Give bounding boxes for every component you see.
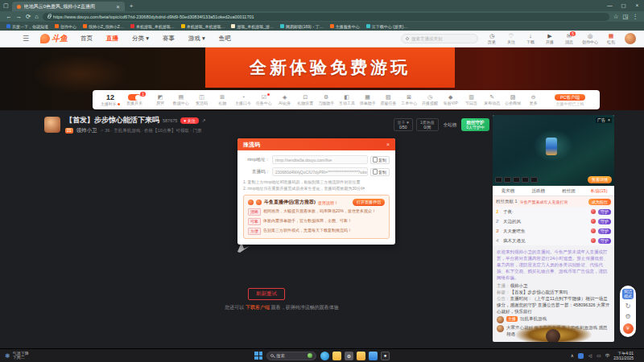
anchor-tool[interactable]: ◩ 房管 xyxy=(152,94,168,105)
anchor-tool[interactable]: ✎ 发布动态 xyxy=(484,94,500,105)
streamer-name[interactable]: 领帅小卫 xyxy=(76,127,97,134)
anchor-tool[interactable]: ▤ 数据中心 xyxy=(173,94,189,105)
tray-icon[interactable]: ◁ xyxy=(587,352,592,360)
site-action[interactable]: ▦ 红包 xyxy=(605,33,617,44)
maximize-button[interactable]: ▢ xyxy=(617,0,630,11)
taskbar-app-icon[interactable] xyxy=(369,352,378,360)
anchor-tool[interactable]: ▦ 弹幕助手 xyxy=(360,94,376,105)
pc-client-button[interactable]: PC客户端 xyxy=(555,94,585,101)
anchor-tool[interactable]: ▥ 节日历 xyxy=(463,94,479,105)
extensions-icon[interactable]: ◳ xyxy=(622,11,628,22)
taskbar-app-icon[interactable]: ⚙ xyxy=(345,352,353,360)
stream-key-value[interactable]: rtmp://sendtw3a.douyu.com/live xyxy=(272,155,368,164)
join-fans-button[interactable]: 成为粉丝 xyxy=(588,199,611,205)
usage-link[interactable]: 使用说明！ xyxy=(318,200,338,205)
minimize-button[interactable]: — xyxy=(603,0,617,11)
site-action[interactable]: ♡ 关注 xyxy=(505,33,518,44)
site-menu-item[interactable]: 赛事 xyxy=(163,35,175,43)
clock[interactable]: 下午4:01 23/11/2025 xyxy=(613,351,634,360)
ad-video[interactable]: 广告 × 查看详情 xyxy=(493,115,614,186)
copy-button[interactable]: 复制 xyxy=(370,156,390,164)
site-action[interactable]: ▶ 开播 xyxy=(543,33,556,44)
rank-link[interactable]: 全站榜 xyxy=(444,122,457,128)
browser-menu-icon[interactable]: ⋮ xyxy=(633,11,639,22)
start-button[interactable] xyxy=(254,352,262,360)
anchor-tool[interactable]: ◧ 互动工具 xyxy=(339,94,355,105)
banner-core[interactable]: 全新体验免费游玩 xyxy=(205,47,455,88)
weather-widget[interactable]: ❄ 气温下降 下周二 xyxy=(5,352,29,360)
anchor-tool[interactable]: ◫ 查活码 xyxy=(194,94,210,105)
taskbar-app-icon[interactable] xyxy=(332,352,341,360)
stream-key-value[interactable]: 230680d4MAjQoCfU7dyPRi=*****************… xyxy=(272,167,368,176)
forward-icon[interactable]: → xyxy=(16,11,23,22)
sidebar-tab[interactable]: 私信(15) xyxy=(584,188,614,194)
bookmark-star-icon[interactable]: ☆ xyxy=(613,11,619,22)
promo-banner[interactable]: 全新体验免费游玩 12 主播时长 直播开关 1 ◩ 房管 xyxy=(0,47,644,110)
taskbar-search[interactable]: 搜索 xyxy=(266,352,316,360)
open-companion-button[interactable]: 打开直播伴侣 xyxy=(353,199,385,206)
site-menu-item[interactable]: 首页 xyxy=(80,35,93,43)
anchor-tool[interactable]: ▧ 星秘任务 xyxy=(380,94,396,105)
reload-icon[interactable]: ⟳ xyxy=(26,11,31,22)
taskbar-app-icon[interactable] xyxy=(357,352,365,360)
taskbar-app-icon[interactable] xyxy=(320,352,329,360)
anchor-tool[interactable]: ☑ 任务中心 xyxy=(256,94,272,105)
site-action[interactable]: ◎ 创作中心 xyxy=(582,33,598,44)
sidebar-tab[interactable]: 活跃榜 xyxy=(523,188,554,194)
ad-cta-button[interactable]: 查看详情 xyxy=(588,176,612,183)
bookmark-item[interactable]: 创作中心 xyxy=(55,24,76,29)
simple-mode-button[interactable]: 简洁模式 xyxy=(622,289,634,299)
anchor-tool[interactable]: ◷ 开播提醒 xyxy=(422,94,438,105)
tray-icon[interactable] xyxy=(578,353,584,359)
sidebar-tab[interactable]: 粉丝团 xyxy=(554,188,584,194)
bookmark-item[interactable]: 百度一下，你就知道 xyxy=(6,24,48,29)
home-icon[interactable]: ⌂ xyxy=(35,11,39,22)
anchor-tool[interactable]: ⊖ 更多 xyxy=(526,94,542,105)
share-icon[interactable]: ↗ xyxy=(202,117,206,123)
refresh-button[interactable]: 刷新重试 xyxy=(248,288,285,300)
tray-icon[interactable]: ∧ xyxy=(569,352,575,360)
settings-gear-icon[interactable]: ⚙ xyxy=(625,313,630,320)
site-menu-item[interactable]: 分类 ▾ xyxy=(132,35,149,43)
toggle-on-icon[interactable] xyxy=(128,94,141,101)
url-field[interactable]: https://www.douyu.com/beta/topic/cd67rid… xyxy=(43,13,609,21)
user-avatar[interactable] xyxy=(625,33,636,44)
hamburger-icon[interactable]: ☰ xyxy=(23,35,29,43)
follow-button[interactable]: ♥ 关注 xyxy=(180,117,198,124)
rank-row[interactable]: 1 子夜· 守护 xyxy=(493,207,614,216)
tab-close-icon[interactable]: × xyxy=(117,4,120,10)
tray-icon[interactable]: 中 xyxy=(605,352,610,360)
close-button[interactable]: × xyxy=(630,0,644,11)
site-menu-item[interactable]: 鱼吧 xyxy=(219,35,231,43)
anchor-tool[interactable]: ⚙ 万能助手 xyxy=(318,94,334,105)
rank-row[interactable]: 2 天边的风 守护 xyxy=(493,216,614,226)
browser-tab[interactable]: 绝地风云0色鹿风_领帅小Z直播间 × xyxy=(12,2,125,11)
site-action[interactable]: ↓ 下载 xyxy=(524,33,537,44)
anchor-tool[interactable]: ⊞ 礼物 xyxy=(214,94,230,105)
bookmark-item[interactable]: 主播服务中心 xyxy=(330,24,360,29)
bookmark-item[interactable]: 云下载中心 (游页)… xyxy=(366,24,408,29)
download-client-link[interactable]: 下载客户端 xyxy=(246,305,270,310)
streamer-avatar[interactable] xyxy=(44,117,60,133)
refresh-icon[interactable]: ↻ xyxy=(625,302,631,310)
ad-close-icon[interactable]: × xyxy=(608,117,610,123)
anchor-tool[interactable]: ◔ 主播口令 xyxy=(235,94,251,105)
anchor-tool[interactable]: ◆ 装扮VIP xyxy=(443,94,459,105)
bookmark-item[interactable]: 游戏_单机游戏_游… xyxy=(231,24,274,29)
douyu-logo[interactable]: 斗鱼 xyxy=(40,33,68,44)
anchor-tool[interactable]: ◈ AI化身 xyxy=(277,94,293,105)
taskbar-app-icon[interactable]: ● xyxy=(381,352,390,360)
site-menu-item[interactable]: 直播 xyxy=(106,35,118,43)
rank-row[interactable]: 3 天天爱吃鱼 守护 xyxy=(493,226,614,236)
bookmark-item[interactable]: 领帅小Z_领帅小Z… xyxy=(83,24,124,29)
site-menu-item[interactable]: 游戏 ▾ xyxy=(188,35,205,43)
site-action[interactable]: ✉ 消息 5 xyxy=(563,33,576,44)
site-action[interactable]: ◷ 历史 xyxy=(485,33,498,44)
copy-button[interactable]: 复制 xyxy=(370,168,390,176)
rank-row[interactable]: 4 疯木叉遇见 守护 xyxy=(493,236,614,245)
anchor-tool[interactable]: ⊡ 礼物设置 xyxy=(297,94,313,105)
bookmark-item[interactable]: 网易邮箱(169)・丁… xyxy=(280,24,324,29)
bookmark-item[interactable]: 单机游戏_单机游戏… xyxy=(181,24,225,29)
back-icon[interactable]: ← xyxy=(6,11,12,22)
sidebar-tab[interactable]: 贵宾榜 xyxy=(493,188,523,194)
